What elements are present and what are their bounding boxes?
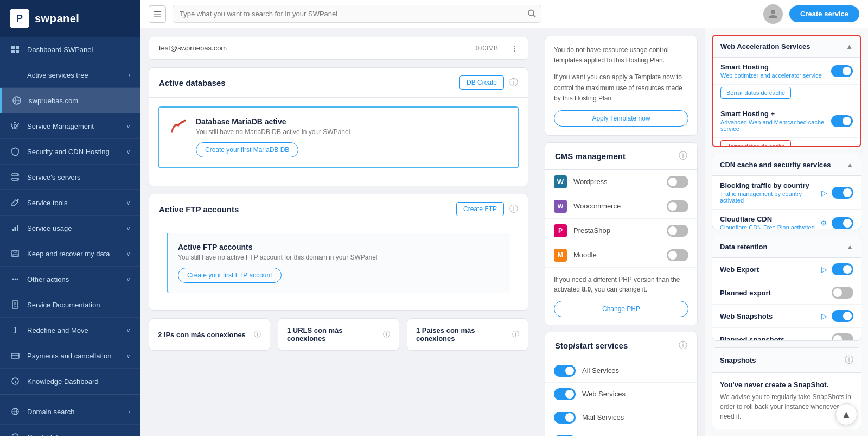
smart-hosting-toggle[interactable] (831, 65, 853, 77)
stop-start-all-services: All Services (545, 359, 697, 383)
smart-hosting-cache-button[interactable]: Borrar datos de caché (720, 87, 791, 99)
moodle-toggle[interactable] (667, 249, 688, 261)
collapse-icon[interactable]: ▲ (846, 161, 853, 169)
sidebar-item-service-docs[interactable]: Service Documentation (0, 292, 140, 318)
wordpress-icon: W (554, 175, 567, 188)
sidebar-item-label: Other actions (27, 275, 120, 283)
sidebar: P swpanel Dashboard SWPanel Active servi… (0, 0, 140, 436)
info-icon[interactable]: ⓘ (679, 150, 687, 162)
planned-snapshots-actions (832, 333, 853, 341)
svg-rect-13 (17, 225, 18, 231)
knowledge-icon: i (10, 376, 21, 387)
wordpress-toggle[interactable] (667, 176, 688, 188)
stat-info-icon[interactable]: ⓘ (383, 330, 390, 339)
web-export-toggle[interactable] (832, 263, 853, 275)
collapse-icon[interactable]: ▲ (846, 243, 853, 251)
smart-hosting-plus-cache-button[interactable]: Borrar datos de caché (720, 140, 791, 147)
sidebar-item-label: Redefine and Move (27, 326, 120, 334)
sidebar-item-service-tools[interactable]: Service tools ∨ (0, 190, 140, 216)
ftp-inner: Active FTP accounts You still have no ac… (167, 233, 510, 293)
db-create-first-button[interactable]: Create your first MariaDB DB (196, 142, 298, 157)
stat-paises-label: 1 Paises con más conexiones (416, 326, 512, 343)
web-snapshots-toggle[interactable] (832, 310, 853, 322)
chevron-down-icon: ∨ (126, 276, 130, 282)
sidebar-item-dashboard[interactable]: Dashboard SWPanel (0, 37, 140, 62)
sidebar-item-quick-help[interactable]: ? Quick Help › (0, 425, 140, 436)
planned-snapshots-toggle[interactable] (832, 333, 853, 341)
planned-snapshots-item: Planned snapshots (712, 328, 861, 341)
svg-rect-0 (11, 46, 15, 49)
sidebar-item-knowledge[interactable]: i Knowledge Dashboard (0, 369, 140, 394)
all-services-label: All Services (582, 367, 688, 375)
web-export-label: Web Export (720, 266, 816, 274)
settings-icon[interactable]: ⚙ (820, 219, 827, 228)
stop-start-header: Stop/start services ⓘ (545, 332, 697, 359)
ftp-create-first-button[interactable]: Create your first FTP account (178, 268, 282, 283)
collapse-icon[interactable]: ▲ (846, 42, 853, 50)
ftp-card-inner: Active FTP accounts You still have no ac… (158, 233, 519, 293)
ftp-info: Active FTP accounts You still have no ac… (178, 243, 501, 283)
sidebar-item-other-actions[interactable]: Other actions ∨ (0, 267, 140, 292)
svg-point-19 (17, 279, 18, 280)
blocking-traffic-toggle[interactable] (832, 187, 853, 199)
sidebar-item-label: Service usage (27, 224, 120, 232)
apply-template-button[interactable]: Apply Template now (554, 110, 688, 127)
mail-services-label: Mail Services (582, 413, 688, 421)
sidebar-item-service-management[interactable]: Service Management ∨ (0, 113, 140, 139)
sidebar-item-payments[interactable]: Payments and cancellation ∨ (0, 343, 140, 369)
cloudflare-info: Cloudflare CDN Cloudflare CDN Free Plan … (720, 215, 815, 229)
cloudflare-toggle[interactable] (832, 217, 853, 229)
play-icon[interactable]: ▷ (821, 188, 827, 197)
web-services-toggle[interactable] (554, 388, 576, 400)
info-icon[interactable]: ⓘ (509, 77, 518, 89)
sidebar-item-service-usage[interactable]: Service usage ∨ (0, 216, 140, 241)
cms-management-header: CMS management ⓘ (545, 143, 697, 170)
svg-rect-2 (11, 50, 15, 53)
blocking-traffic-actions: ▷ (821, 187, 853, 199)
stop-start-title: Stop/start services (555, 341, 673, 350)
sidebar-item-swpruebas[interactable]: swpruebas.com (0, 88, 140, 113)
chevron-right-icon: › (129, 434, 130, 437)
info-icon[interactable]: ⓘ (509, 204, 518, 215)
cms-management-title: CMS management (555, 151, 673, 161)
svg-line-37 (533, 15, 535, 17)
info-icon[interactable]: ⓘ (679, 340, 687, 351)
sidebar-item-keep-recover[interactable]: Keep and recover my data ∨ (0, 241, 140, 267)
sidebar-item-redefine-move[interactable]: Redefine and Move ∨ (0, 318, 140, 343)
create-ftp-button[interactable]: Create FTP (456, 202, 504, 216)
sidebar-item-label: Domain search (27, 408, 122, 416)
sidebar-item-service-servers[interactable]: Service's servers (0, 165, 140, 190)
no-snapshot-desc: We advise you to regularly take SnapShot… (720, 392, 853, 421)
play-icon[interactable]: ▷ (821, 265, 827, 274)
info-icon[interactable]: ⓘ (845, 355, 853, 366)
play-icon[interactable]: ▷ (821, 312, 827, 320)
smart-hosting-plus-toggle[interactable] (831, 115, 853, 127)
prestashop-toggle[interactable] (667, 225, 688, 237)
search-input[interactable] (173, 5, 541, 23)
cms-prestashop-label: PrestaShop (573, 226, 660, 235)
all-services-toggle[interactable] (554, 365, 576, 377)
stat-info-icon[interactable]: ⓘ (254, 330, 261, 339)
stat-info-icon[interactable]: ⓘ (512, 330, 519, 339)
planned-export-toggle[interactable] (832, 287, 853, 299)
sidebar-item-security-cdn[interactable]: Security and CDN Hosting ∨ (0, 139, 140, 165)
cloudflare-label: Cloudflare CDN (720, 215, 815, 223)
sidebar-item-active-services[interactable]: Active services tree › (0, 62, 140, 88)
create-service-button[interactable]: Create service (789, 5, 859, 22)
sidebar-item-domain-search[interactable]: Domain search › (0, 399, 140, 425)
scroll-to-top-button[interactable]: ▲ (835, 403, 857, 425)
logo-text: swpanel (35, 12, 79, 25)
smart-hosting-actions (831, 65, 853, 77)
mail-services-toggle[interactable] (554, 412, 576, 424)
woocommerce-toggle[interactable] (667, 200, 688, 212)
db-create-button[interactable]: DB Create (459, 75, 504, 90)
collapse-sidebar-button[interactable] (149, 5, 166, 23)
data-retention-header: Data retention ▲ (712, 236, 861, 258)
email-options-icon[interactable]: ⋮ (511, 44, 518, 52)
stop-start-ftp-services: FTP Services (545, 429, 697, 436)
db-card-inner: Database MariaDB active You still have n… (158, 106, 519, 168)
domain-icon (11, 95, 22, 106)
svg-point-36 (528, 10, 534, 15)
sidebar-item-label: Payments and cancellation (27, 352, 120, 360)
change-php-button[interactable]: Change PHP (554, 301, 688, 317)
